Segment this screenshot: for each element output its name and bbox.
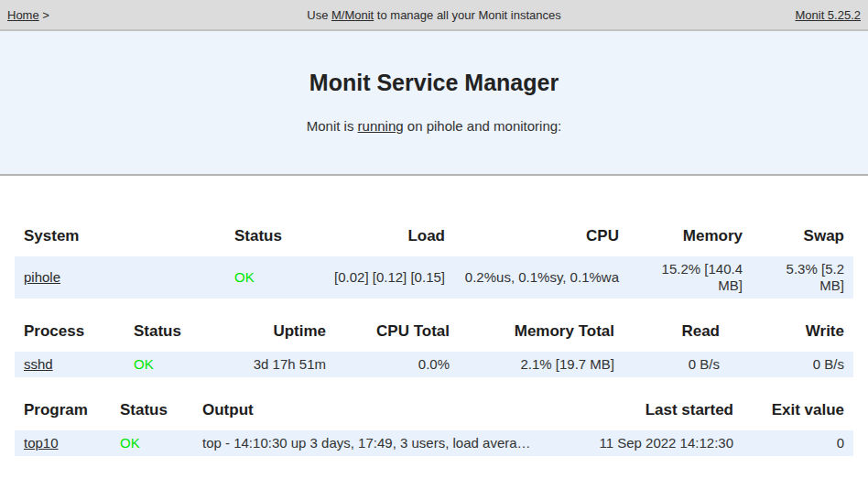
system-table: System Status Load CPU Memory Swap pihol…: [15, 216, 853, 308]
process-name-link[interactable]: sshd: [24, 356, 53, 372]
table-row: sshd OK 3d 17h 51m 0.0% 2.1% [19.7 MB] 0…: [15, 352, 853, 377]
runtime-status-link[interactable]: running: [358, 118, 404, 134]
page-header: Monit Service Manager Monit is running o…: [0, 31, 868, 176]
col-header-cpu-total: CPU Total: [335, 321, 459, 342]
read-cell: 0 B/s: [624, 352, 729, 377]
last-started-cell: 11 Sep 2022 14:12:30: [559, 430, 743, 456]
memory-total-cell: 2.1% [19.7 MB]: [459, 352, 624, 377]
output-cell: top - 14:10:30 up 3 days, 17:49, 3 users…: [193, 430, 559, 456]
cpu-cell: 0.2%us, 0.1%sy, 0.1%wa: [454, 256, 628, 299]
program-name-link[interactable]: top10: [24, 435, 59, 451]
status-badge: OK: [111, 430, 193, 456]
process-table: Process Status Uptime CPU Total Memory T…: [15, 311, 853, 386]
monit-version-link[interactable]: Monit 5.25.2: [795, 8, 861, 22]
swap-cell: 5.3% [5.2 MB]: [752, 256, 853, 299]
col-header-last-started: Last started: [559, 399, 743, 421]
col-header-load: Load: [308, 225, 454, 247]
home-link[interactable]: Home: [7, 8, 39, 22]
col-header-cpu: CPU: [454, 225, 628, 247]
system-name-link[interactable]: pihole: [24, 269, 60, 285]
mmonit-promo-prefix: Use: [307, 8, 331, 22]
program-table: Program Status Output Last started Exit …: [15, 390, 853, 465]
breadcrumb-separator: >: [42, 8, 49, 22]
uptime-cell: 3d 17h 51m: [198, 352, 335, 377]
services-main: System Status Load CPU Memory Swap pihol…: [0, 176, 868, 465]
monitoring-subtitle: Monit is running on pihole and monitorin…: [0, 118, 868, 135]
load-cell: [0.02] [0.12] [0.15]: [308, 256, 454, 299]
col-header-uptime: Uptime: [198, 321, 335, 342]
col-header-status: Status: [225, 225, 308, 247]
col-header-memory: Memory: [628, 225, 752, 247]
col-header-memory-total: Memory Total: [459, 321, 624, 342]
mmonit-link[interactable]: M/Monit: [331, 8, 374, 22]
program-header-row: Program Status Output Last started Exit …: [15, 399, 853, 421]
col-header-process: Process: [15, 321, 125, 342]
cpu-total-cell: 0.0%: [335, 352, 459, 377]
status-badge: OK: [125, 352, 198, 377]
col-header-write: Write: [729, 321, 853, 342]
write-cell: 0 B/s: [729, 352, 853, 377]
subtitle-prefix: Monit is: [307, 118, 358, 134]
exit-value-cell: 0: [743, 430, 853, 456]
col-header-status: Status: [111, 399, 193, 421]
mmonit-promo-text: Use M/Monit to manage all your Monit ins…: [221, 8, 647, 22]
table-row: pihole OK [0.02] [0.12] [0.15] 0.2%us, 0…: [15, 256, 853, 299]
system-header-row: System Status Load CPU Memory Swap: [15, 225, 853, 247]
col-header-status: Status: [125, 321, 198, 342]
col-header-read: Read: [624, 321, 729, 342]
col-header-exit-value: Exit value: [743, 399, 853, 421]
col-header-system: System: [15, 225, 225, 247]
page-title: Monit Service Manager: [0, 70, 868, 96]
memory-cell: 15.2% [140.4 MB]: [628, 256, 752, 299]
col-header-output: Output: [193, 399, 559, 421]
col-header-swap: Swap: [752, 225, 853, 247]
mmonit-promo-suffix: to manage all your Monit instances: [374, 8, 561, 22]
subtitle-suffix: on pihole and monitoring:: [404, 118, 562, 134]
status-badge: OK: [225, 256, 308, 299]
process-header-row: Process Status Uptime CPU Total Memory T…: [15, 321, 853, 342]
top-navigation-bar: Home > Use M/Monit to manage all your Mo…: [0, 0, 868, 31]
col-header-program: Program: [15, 399, 111, 421]
table-row: top10 OK top - 14:10:30 up 3 days, 17:49…: [15, 430, 853, 456]
